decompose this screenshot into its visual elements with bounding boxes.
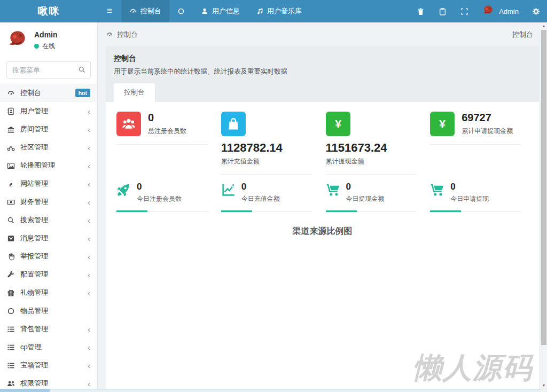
sidebar-item-label: 轮播图管理	[20, 161, 88, 170]
sidebar-item-配置管理[interactable]: 配置管理‹	[0, 265, 97, 284]
breadcrumb-current: 控制台	[117, 30, 138, 40]
page-header: 控制台 用于展示当前系统中的统计数据、统计报表及重要实时数据 控制台	[106, 46, 539, 102]
horizontal-scrollbar-thumb[interactable]	[0, 389, 50, 392]
circle-icon	[177, 7, 185, 15]
stat-value: 0	[137, 182, 182, 192]
stat-label: 累计申请提现金额	[462, 127, 513, 136]
sidebar-item-房间管理[interactable]: 房间管理‹	[0, 120, 97, 138]
vertical-scrollbar-thumb[interactable]	[541, 30, 546, 345]
nav-tab-label: 控制台	[140, 6, 161, 16]
fullscreen-button[interactable]	[454, 0, 475, 22]
chevron-left-icon: ‹	[88, 107, 90, 115]
chevron-left-icon: ‹	[88, 325, 90, 333]
horizontal-scrollbar[interactable]	[0, 389, 541, 392]
cart-icon	[326, 183, 340, 197]
sidebar-item-label: 宝箱管理	[20, 360, 88, 370]
shopping-bag-icon	[221, 112, 246, 136]
search-icon	[7, 216, 15, 224]
scroll-down-arrow-icon[interactable]: ▼	[541, 382, 547, 389]
stat-value: 1151673.24	[326, 141, 424, 154]
online-status-dot	[34, 44, 39, 49]
stat-累计充值金额: 1128782.14累计充值金额	[221, 112, 319, 175]
sidebar-item-控制台[interactable]: 控制台hot	[0, 84, 97, 102]
sidebar-item-消息管理[interactable]: 消息管理‹	[0, 229, 97, 247]
stat-value: 0	[346, 182, 385, 192]
stat-value: 0	[148, 112, 186, 124]
internet-explorer-icon: e	[7, 180, 15, 188]
avatar	[482, 4, 495, 19]
sidebar-item-物品管理[interactable]: 物品管理	[0, 302, 97, 320]
settings-button[interactable]	[525, 0, 547, 22]
stat-value: 69727	[462, 112, 513, 124]
sidebar-item-轮播图管理[interactable]: 轮播图管理‹	[0, 156, 97, 175]
vertical-scrollbar[interactable]: ▲ ▼	[541, 22, 547, 389]
list-icon	[7, 343, 15, 351]
sidebar-item-财务管理[interactable]: 财务管理‹	[0, 193, 97, 211]
gauge-icon	[106, 31, 113, 38]
sidebar-item-用户管理[interactable]: 用户管理‹	[0, 102, 97, 120]
stat-value: 0	[241, 182, 280, 192]
sidebar-item-宝箱管理[interactable]: 宝箱管理‹	[0, 356, 97, 374]
stat-今日申请提现: 0今日申请提现	[430, 182, 528, 212]
sidebar-item-label: 社区管理	[20, 143, 88, 152]
sidebar-toggle-button[interactable]: ≡	[98, 0, 121, 22]
navbar-tabs: 控制台用户信息用户音乐库	[121, 0, 310, 22]
cart-icon	[430, 183, 444, 197]
stat-value: 0	[450, 182, 489, 192]
trash-button[interactable]	[410, 0, 432, 22]
clipboard-button[interactable]	[432, 0, 454, 22]
money-icon	[7, 198, 15, 206]
sidebar-item-社区管理[interactable]: 社区管理‹	[0, 138, 97, 156]
top-navbar: 啾咪 ≡ 控制台用户信息用户音乐库 Admin	[0, 0, 547, 22]
nav-tab-控制台[interactable]: 控制台	[121, 0, 169, 22]
stat-label: 今日提现金额	[346, 194, 385, 203]
sidebar-user-name: Admin	[34, 30, 58, 39]
sidebar-item-label: 消息管理	[20, 233, 88, 243]
sidebar-item-label: 物品管理	[20, 306, 90, 316]
gauge-icon	[129, 7, 137, 15]
image-icon	[7, 162, 15, 170]
user-icon	[201, 7, 208, 15]
sidebar-item-label: 控制台	[20, 88, 75, 98]
scroll-up-arrow-icon[interactable]: ▲	[541, 22, 547, 29]
sidebar-item-label: 财务管理	[20, 197, 88, 207]
tab-dashboard[interactable]: 控制台	[114, 83, 155, 102]
sidebar-item-搜索管理[interactable]: 搜索管理‹	[0, 211, 97, 229]
avatar	[6, 29, 29, 53]
dashboard-panel: 0总注册会员数1128782.14累计充值金额¥1151673.24累计提现金额…	[106, 102, 539, 392]
chart-title: 渠道来源比例图	[116, 226, 528, 237]
stat-今日充值金额: 0今日充值金额	[221, 182, 319, 212]
trash-icon	[417, 7, 425, 15]
sidebar-item-举报管理[interactable]: 举报管理‹	[0, 247, 97, 265]
music-icon	[256, 7, 263, 15]
sidebar-item-label: 配置管理	[20, 270, 88, 279]
sidebar-item-cp管理[interactable]: cp管理‹	[0, 338, 97, 356]
user-menu[interactable]: Admin	[475, 0, 525, 22]
brand-logo[interactable]: 啾咪	[0, 0, 98, 22]
svg-text:¥: ¥	[439, 117, 446, 130]
page-title: 控制台	[114, 54, 531, 64]
sidebar-item-label: 权限管理	[20, 379, 88, 388]
sidebar-item-label: cp管理	[20, 342, 88, 352]
nav-tab-circle-icon[interactable]	[169, 0, 193, 22]
stat-累计申请提现金额: ¥69727累计申请提现金额	[430, 112, 528, 175]
chevron-left-icon: ‹	[88, 289, 90, 297]
nav-tab-用户音乐库[interactable]: 用户音乐库	[248, 0, 310, 22]
main-content: 控制台 控制台 控制台 用于展示当前系统中的统计数据、统计报表及重要实时数据 控…	[98, 22, 547, 392]
users-icon	[7, 380, 15, 388]
sidebar-item-背包管理[interactable]: 背包管理‹	[0, 320, 97, 338]
sidebar-item-礼物管理[interactable]: 礼物管理‹	[0, 284, 97, 302]
yen-icon: ¥	[430, 112, 455, 136]
stat-label: 总注册会员数	[148, 127, 186, 136]
chevron-left-icon: ‹	[88, 126, 90, 134]
sidebar-item-网站管理[interactable]: e网站管理‹	[0, 175, 97, 193]
svg-text:¥: ¥	[335, 117, 341, 130]
cogs-icon	[532, 7, 540, 15]
yen-icon: ¥	[326, 112, 350, 136]
nav-tab-用户信息[interactable]: 用户信息	[193, 0, 248, 22]
divider	[326, 174, 417, 175]
hand-icon	[7, 253, 15, 261]
divider	[221, 174, 312, 175]
rocket-icon	[116, 183, 131, 197]
sidebar-search	[6, 61, 91, 79]
